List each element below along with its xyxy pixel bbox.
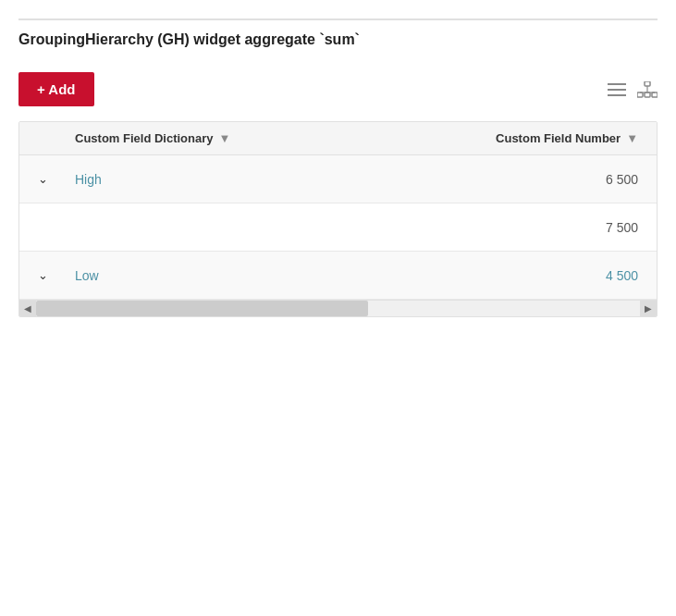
row-dict-high: High — [66, 172, 453, 187]
table-row: 7 500 — [19, 203, 657, 252]
dict-column-label: Custom Field Dictionary — [75, 131, 214, 145]
chevron-down-icon[interactable]: ⌄ — [38, 268, 48, 282]
scroll-right-arrow[interactable]: ▶ — [640, 301, 657, 317]
row-number-empty: 7 500 — [453, 220, 657, 235]
header-dict-col: Custom Field Dictionary ▼ — [66, 131, 453, 145]
chevron-down-icon[interactable]: ⌄ — [38, 172, 48, 186]
scroll-track[interactable] — [36, 301, 640, 316]
list-view-icon[interactable] — [608, 82, 626, 97]
add-button[interactable]: + Add — [18, 72, 94, 106]
table-row: ⌄ High 6 500 — [19, 155, 657, 203]
svg-rect-6 — [652, 92, 658, 97]
svg-rect-3 — [645, 81, 650, 86]
header-number-col: Custom Field Number ▼ — [453, 131, 657, 145]
row-dict-low: Low — [66, 268, 453, 283]
data-table: Custom Field Dictionary ▼ Custom Field N… — [18, 121, 658, 317]
widget-title: GroupingHierarchy (GH) widget aggregate … — [18, 18, 658, 55]
page-container: GroupingHierarchy (GH) widget aggregate … — [0, 0, 676, 317]
scroll-thumb[interactable] — [36, 301, 368, 316]
toolbar: + Add — [18, 72, 658, 106]
scroll-left-arrow[interactable]: ◀ — [19, 301, 36, 317]
row-number-low: 4 500 — [453, 268, 657, 283]
svg-rect-4 — [637, 92, 643, 97]
header-expand-col — [19, 131, 66, 145]
row-expand-high[interactable]: ⌄ — [19, 172, 66, 186]
svg-rect-5 — [645, 92, 650, 97]
dict-filter-icon[interactable]: ▼ — [219, 131, 231, 145]
horizontal-scrollbar[interactable]: ◀ ▶ — [19, 300, 657, 316]
number-filter-icon[interactable]: ▼ — [626, 131, 638, 145]
toolbar-icons — [608, 81, 658, 98]
table-header: Custom Field Dictionary ▼ Custom Field N… — [19, 122, 657, 155]
table-row: ⌄ Low 4 500 — [19, 252, 657, 300]
hierarchy-view-icon[interactable] — [637, 81, 658, 98]
row-expand-low[interactable]: ⌄ — [19, 268, 66, 282]
row-number-high: 6 500 — [453, 172, 657, 187]
number-column-label: Custom Field Number — [496, 131, 621, 145]
